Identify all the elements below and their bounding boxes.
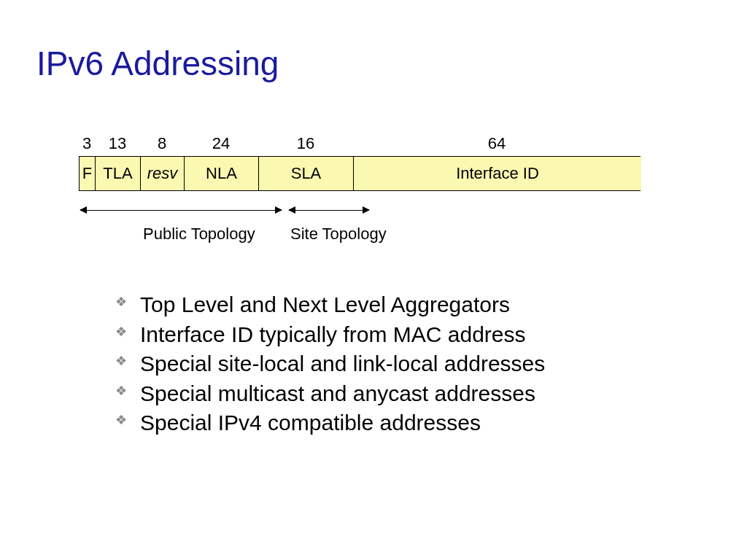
bit-label: 8: [140, 134, 184, 153]
list-item: Special multicast and anycast addresses: [115, 379, 711, 409]
bit-label: 3: [79, 134, 95, 153]
field-sla: SLA: [259, 157, 354, 190]
field-nla: NLA: [185, 157, 259, 190]
slide: IPv6 Addressing 3 13 8 24 16 64 F TLA re…: [0, 0, 747, 467]
bit-label: 64: [353, 134, 640, 153]
site-topology-label: Site Topology: [290, 225, 387, 244]
bit-label: 16: [258, 134, 353, 153]
bit-label: 13: [95, 134, 140, 153]
field-f: F: [80, 157, 96, 190]
list-item: Interface ID typically from MAC address: [115, 320, 711, 350]
field-tla: TLA: [96, 157, 141, 190]
field-interface-id: Interface ID: [354, 157, 641, 190]
list-item: Top Level and Next Level Aggregators: [115, 290, 711, 320]
public-topology-label: Public Topology: [143, 225, 255, 244]
bit-label: 24: [184, 134, 258, 153]
field-row: F TLA resv NLA SLA Interface ID: [79, 156, 640, 191]
bullet-list: Top Level and Next Level Aggregators Int…: [115, 290, 711, 438]
list-item: Special IPv4 compatible addresses: [115, 408, 711, 438]
list-item: Special site-local and link-local addres…: [115, 349, 711, 379]
site-topology-arrow: [289, 210, 369, 211]
topology-arrows: [79, 203, 640, 220]
address-diagram: 3 13 8 24 16 64 F TLA resv NLA SLA Inter…: [79, 134, 640, 246]
bit-width-row: 3 13 8 24 16 64: [79, 134, 640, 153]
public-topology-arrow: [80, 210, 282, 211]
slide-title: IPv6 Addressing: [36, 44, 711, 83]
field-resv: resv: [141, 157, 185, 190]
topology-labels: Public Topology Site Topology: [79, 225, 640, 246]
